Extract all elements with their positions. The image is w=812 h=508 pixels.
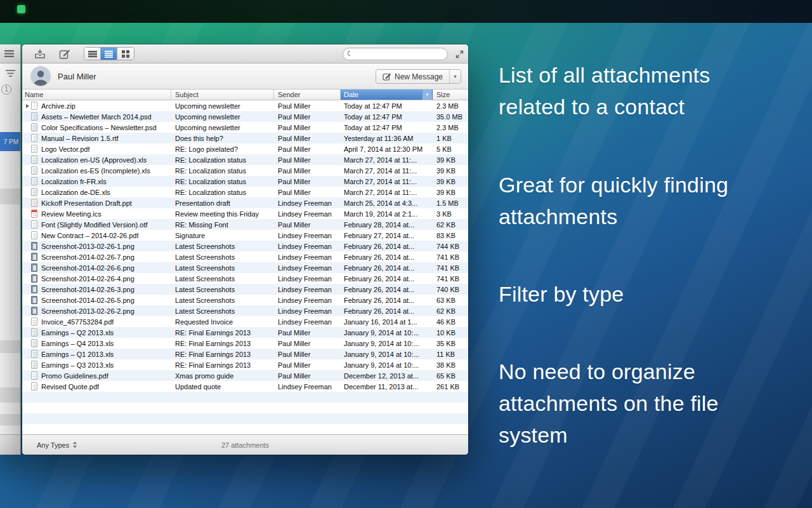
search-input[interactable] bbox=[353, 50, 443, 58]
table-row[interactable]: Font (Slightly Modified Version).otf RE:… bbox=[22, 219, 468, 230]
table-row[interactable]: Localization en-US (Approved).xls RE: Lo… bbox=[22, 154, 468, 165]
table-row[interactable]: Screenshot-2014-02-26-6.png Latest Scree… bbox=[22, 262, 468, 273]
sidebar-toggle-icon[interactable] bbox=[4, 50, 15, 58]
table-row[interactable]: Screenshot-2013-02-26-1.png Latest Scree… bbox=[22, 241, 468, 251]
attachment-count: 27 attachments bbox=[22, 441, 468, 449]
table-row[interactable]: Screenshot-2014-02-26-5.png Latest Scree… bbox=[22, 295, 468, 305]
file-type-icon bbox=[31, 188, 37, 196]
file-type-icon bbox=[31, 328, 37, 337]
table-row[interactable]: Kickoff Presentation Draft.ppt Presentat… bbox=[22, 197, 468, 208]
disclosure-triangle-icon[interactable] bbox=[26, 104, 29, 108]
attachment-date: December 11, 2013 at... bbox=[341, 381, 433, 392]
mail-list-selected-item[interactable]: 7 PM bbox=[0, 132, 20, 151]
attachment-size: 2.3 MB bbox=[433, 122, 468, 133]
table-row[interactable]: Localization de-DE.xls RE: Localization … bbox=[22, 187, 468, 197]
attachment-sender: Lindsey Freeman bbox=[274, 295, 341, 305]
column-header-size[interactable]: Size bbox=[433, 90, 468, 100]
table-row[interactable]: Promo Guidelines.pdf Xmas promo guide Pa… bbox=[22, 370, 468, 381]
table-row[interactable]: Screenshot-2013-02-26-2.png Latest Scree… bbox=[22, 305, 468, 316]
table-row[interactable]: Color Specifications – Newsletter.psd Up… bbox=[22, 122, 468, 133]
background-window-toolbar bbox=[0, 44, 20, 64]
attachment-sender: Paul Miller bbox=[274, 219, 341, 230]
columns-view-icon bbox=[88, 50, 97, 58]
new-message-dropdown-button[interactable]: ▾ bbox=[449, 70, 461, 83]
table-row[interactable]: Assets – Newletter March 2014.psd Upcomi… bbox=[22, 111, 468, 122]
attachment-size: 5 KB bbox=[433, 144, 468, 154]
attachment-sender: Lindsey Freeman bbox=[274, 262, 341, 273]
compose-icon[interactable] bbox=[59, 48, 71, 62]
attachment-sender: Lindsey Freeman bbox=[274, 241, 341, 251]
attachment-date: March 27, 2014 at 11:... bbox=[341, 187, 433, 197]
table-row[interactable]: Screenshot-2014-02-26-4.png Latest Scree… bbox=[22, 273, 468, 284]
table-row[interactable]: New Contract – 2014-02-26.pdf Signature … bbox=[22, 230, 468, 241]
view-grid-button[interactable] bbox=[117, 48, 134, 60]
fullscreen-icon[interactable] bbox=[455, 50, 464, 61]
file-type-icon bbox=[31, 382, 37, 391]
attachment-sender: Lindsey Freeman bbox=[274, 381, 341, 392]
column-header-sender[interactable]: Sender bbox=[274, 90, 341, 100]
file-type-icon bbox=[31, 166, 37, 175]
attachment-sender: Paul Miller bbox=[274, 176, 341, 187]
attachment-name: Color Specifications – Newsletter.psd bbox=[41, 124, 157, 131]
table-row[interactable]: Earnings – Q2 2013.xls RE: Final Earning… bbox=[22, 327, 468, 338]
filter-icon[interactable] bbox=[6, 69, 15, 80]
table-row[interactable]: Earnings – Q4 2013.xls RE: Final Earning… bbox=[22, 338, 468, 349]
attachment-date: January 9, 2014 at 10:... bbox=[341, 349, 433, 359]
attachment-subject: RE: Localization status bbox=[171, 187, 274, 197]
attachment-name: Font (Slightly Modified Version).otf bbox=[41, 221, 148, 229]
attachment-date: February 27, 2014 at... bbox=[341, 230, 433, 241]
contact-avatar bbox=[31, 67, 50, 86]
attachment-subject: RE: Final Earnings 2013 bbox=[171, 327, 274, 338]
sort-direction-button[interactable]: ▾ bbox=[422, 90, 432, 100]
attachment-name: Promo Guidelines.pdf bbox=[41, 372, 108, 380]
attachment-subject: Latest Screenshots bbox=[171, 284, 274, 295]
file-type-icon bbox=[31, 210, 37, 218]
file-type-icon bbox=[31, 145, 37, 153]
attachment-subject: Updated quote bbox=[171, 381, 274, 392]
file-type-icon bbox=[31, 339, 37, 347]
table-row[interactable]: Invoice_457753284.pdf Requested Invoice … bbox=[22, 316, 468, 327]
file-type-icon bbox=[31, 112, 37, 121]
attachment-size: 740 KB bbox=[433, 284, 468, 295]
attachment-date: March 19, 2014 at 2:1... bbox=[341, 208, 433, 219]
column-header-subject[interactable]: Subject bbox=[171, 90, 274, 100]
table-row[interactable]: Screenshot-2014-02-26-3.png Latest Scree… bbox=[22, 284, 468, 295]
file-type-icon bbox=[31, 102, 37, 110]
attachment-subject: Upcoming newsletter bbox=[171, 122, 274, 133]
attachment-size: 1.5 MB bbox=[433, 197, 468, 208]
table-row[interactable]: Localization fr-FR.xls RE: Localization … bbox=[22, 176, 468, 187]
search-icon bbox=[347, 50, 350, 58]
table-row[interactable]: Localization es-ES (Incomplete).xls RE: … bbox=[22, 165, 468, 176]
table-row[interactable]: Review Meeting.ics Review meeting this F… bbox=[22, 208, 468, 219]
attachment-subject: RE: Localization status bbox=[171, 176, 274, 187]
file-type-icon bbox=[31, 253, 37, 261]
file-type-icon bbox=[31, 134, 37, 142]
table-row[interactable]: Earnings – Q3 2013.xls RE: Final Earning… bbox=[22, 359, 468, 370]
attachment-name: Invoice_457753284.pdf bbox=[41, 318, 114, 326]
file-type-icon bbox=[31, 296, 37, 304]
table-row[interactable]: Earnings – Q1 2013.xls RE: Final Earning… bbox=[22, 349, 468, 359]
column-header-name[interactable]: Name bbox=[22, 90, 171, 100]
table-row[interactable]: Manual – Revision 1.5.rtf Does this help… bbox=[22, 133, 468, 144]
grid-view-icon bbox=[122, 50, 129, 58]
attachment-name: Earnings – Q4 2013.xls bbox=[41, 340, 114, 347]
file-type-icon bbox=[31, 177, 37, 185]
file-type-icon bbox=[31, 350, 37, 358]
import-tray-icon[interactable] bbox=[34, 48, 46, 62]
view-columns-button[interactable] bbox=[84, 48, 101, 60]
table-row[interactable]: Screenshot-2014-02-26-7.png Latest Scree… bbox=[22, 251, 468, 262]
attachment-date: February 26, 2014 at... bbox=[341, 295, 433, 305]
search-field[interactable] bbox=[343, 48, 448, 60]
column-header-date[interactable]: Date ▾ bbox=[341, 90, 433, 100]
attachment-sender: Lindsey Freeman bbox=[274, 273, 341, 284]
table-row[interactable]: Logo Vector.pdf RE: Logo pixelated? Paul… bbox=[22, 144, 468, 154]
list-section-band bbox=[0, 387, 20, 403]
attachment-date: February 26, 2014 at... bbox=[341, 273, 433, 284]
table-row[interactable]: Archive.zip Upcoming newsletter Paul Mil… bbox=[22, 100, 468, 111]
attachment-name: Earnings – Q1 2013.xls bbox=[41, 351, 114, 358]
attachment-date: February 26, 2014 at... bbox=[341, 305, 433, 316]
table-row[interactable]: Revised Quote.pdf Updated quote Lindsey … bbox=[22, 381, 468, 392]
view-list-button[interactable] bbox=[101, 48, 117, 60]
attachment-sender: Lindsey Freeman bbox=[274, 197, 341, 208]
new-message-button[interactable]: New Message bbox=[376, 70, 449, 83]
